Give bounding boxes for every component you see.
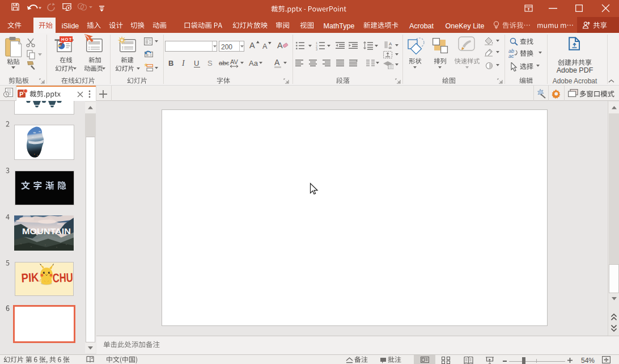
svg-text:PIK: PIK [21,270,39,285]
svg-text:P: P [19,91,23,98]
svg-text:CHU: CHU [52,270,73,285]
svg-text:MOUNTAIN: MOUNTAIN [22,227,71,236]
svg-text:ac: ac [508,53,514,58]
svg-text:3: 3 [316,48,317,50]
svg-text:A: A [389,41,392,46]
svg-text:HOT: HOT [61,37,72,42]
